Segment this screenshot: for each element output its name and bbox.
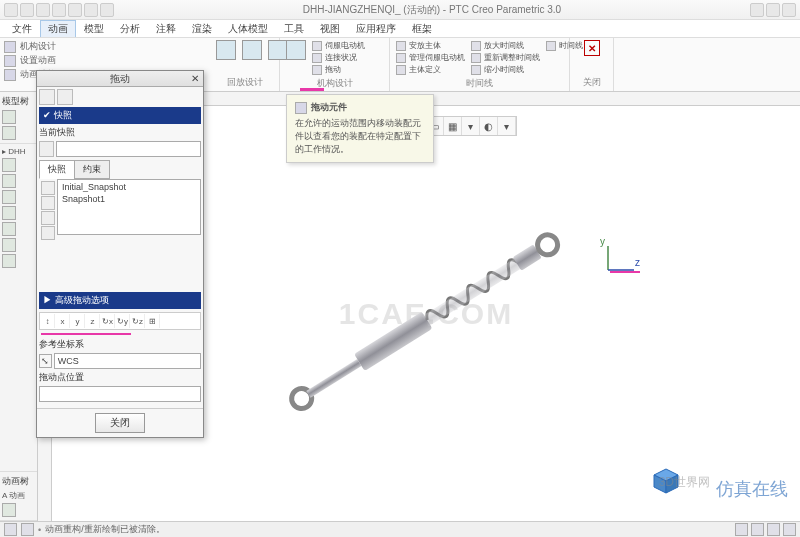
conn-status-item[interactable]: 连接状况 (312, 52, 365, 63)
playback-btn[interactable] (216, 40, 236, 60)
adv-z-icon[interactable]: z (86, 314, 100, 328)
close-button[interactable]: 关闭 (95, 413, 145, 433)
datum-dd-icon[interactable]: ▾ (498, 117, 516, 135)
adv-y-icon[interactable]: y (71, 314, 85, 328)
menu-file[interactable]: 文件 (4, 20, 40, 38)
anim-tree-header[interactable]: 动画树 (2, 475, 35, 488)
tree-node-icon[interactable] (2, 190, 16, 204)
snap-delete-icon[interactable] (41, 226, 55, 240)
anim-node-icon[interactable] (2, 503, 16, 517)
playback-btn2[interactable] (242, 40, 262, 60)
adv-csys-icon[interactable]: ⊞ (146, 314, 160, 328)
servo-motor-item[interactable]: 伺服电动机 (312, 40, 365, 51)
body-def-item[interactable]: 主体定义 (396, 64, 465, 75)
tab-snapshot[interactable]: 快照 (39, 160, 75, 179)
current-snapshot-field[interactable] (56, 141, 202, 157)
tab-constraint[interactable]: 约束 (74, 160, 110, 179)
shock-absorber-model[interactable] (274, 211, 578, 433)
drag-item[interactable]: 拖动 (312, 64, 365, 75)
menu-applications[interactable]: 应用程序 (348, 20, 404, 38)
qat-windows-icon[interactable] (100, 3, 114, 17)
qat-open-icon[interactable] (20, 3, 34, 17)
sb-filter-icon[interactable] (735, 523, 748, 536)
display-style-icon[interactable]: ▦ (444, 117, 462, 135)
place-body-item[interactable]: 安放主体 (396, 40, 465, 51)
dialog-close-button[interactable]: ✕ (189, 72, 201, 84)
snapshot-item[interactable]: Snapshot1 (62, 194, 196, 204)
dialog-titlebar[interactable]: 拖动 ✕ (37, 71, 203, 87)
left-panel: 模型树 ▸ DHH 动画树 A 动画 (0, 92, 38, 521)
sb-msg-icon[interactable] (21, 523, 34, 536)
zoom-in-tl-item[interactable]: 放大时间线 (471, 40, 540, 51)
adv-ry-icon[interactable]: ↻y (116, 314, 130, 328)
adv-rz-icon[interactable]: ↻z (131, 314, 145, 328)
adv-drag-section-header[interactable]: ▶ 高级拖动选项 (39, 292, 201, 309)
tree-node-icon[interactable] (2, 254, 16, 268)
qat-save-icon[interactable] (36, 3, 50, 17)
status-message: 动画重构/重新绘制已被清除。 (45, 523, 165, 536)
qat-undo-icon[interactable] (52, 3, 66, 17)
tree-node-icon[interactable] (2, 222, 16, 236)
zoom-out-tl-item[interactable]: 缩小时间线 (471, 64, 540, 75)
watermark-fangzhen: 仿真在线 (716, 477, 788, 501)
select-arrow-icon[interactable]: ⤡ (39, 354, 52, 368)
camera-icon[interactable] (39, 141, 54, 157)
snapshot-list[interactable]: Initial_Snapshot Snapshot1 (57, 179, 201, 235)
menu-tools[interactable]: 工具 (276, 20, 312, 38)
menu-annotate[interactable]: 注释 (148, 20, 184, 38)
minimize-button[interactable] (750, 3, 764, 17)
close-window-button[interactable] (782, 3, 796, 17)
tree-item-icon[interactable] (2, 126, 16, 140)
tree-node-icon[interactable] (2, 158, 16, 172)
menu-model[interactable]: 模型 (76, 20, 112, 38)
anim-setup-icon[interactable] (4, 55, 16, 67)
menu-framework[interactable]: 框架 (404, 20, 440, 38)
ref-csys-field[interactable]: WCS (54, 353, 201, 369)
qat-regen-icon[interactable] (84, 3, 98, 17)
snap-camera-icon[interactable] (41, 181, 55, 195)
menu-render[interactable]: 渲染 (184, 20, 220, 38)
qat-new-icon[interactable] (4, 3, 18, 17)
drag-body-icon[interactable] (57, 89, 73, 105)
snapshot-item[interactable]: Initial_Snapshot (62, 182, 196, 192)
drag-point-label: 拖动点位置 (39, 371, 201, 384)
conn-icon (312, 53, 322, 63)
tree-node-icon[interactable] (2, 174, 16, 188)
display-dd-icon[interactable]: ▾ (462, 117, 480, 135)
readj-tl-item[interactable]: 重新调整时间线 (471, 52, 540, 63)
ribbon-close-button[interactable]: ✕ (584, 40, 600, 56)
mech-design-icon[interactable] (4, 41, 16, 53)
snap-update-icon[interactable] (41, 211, 55, 225)
snap-eye-icon[interactable] (41, 196, 55, 210)
svg-rect-3 (422, 258, 522, 326)
model-tree-header[interactable]: 模型树 (2, 95, 35, 108)
adv-x-icon[interactable]: x (56, 314, 70, 328)
maximize-button[interactable] (766, 3, 780, 17)
tree-item-icon[interactable] (2, 110, 16, 124)
anim-struct-icon[interactable] (4, 69, 16, 81)
sb-find-icon[interactable] (751, 523, 764, 536)
sb-msg2-icon[interactable] (783, 523, 796, 536)
menu-animation[interactable]: 动画 (40, 20, 76, 37)
drag-big-btn[interactable] (286, 40, 306, 60)
menu-manikin[interactable]: 人体模型 (220, 20, 276, 38)
tree-node-icon[interactable] (2, 238, 16, 252)
sb-geom-icon[interactable] (767, 523, 780, 536)
drag-big-icon (286, 40, 306, 60)
drag-point-icon[interactable] (39, 89, 55, 105)
menu-analysis[interactable]: 分析 (112, 20, 148, 38)
qat-redo-icon[interactable] (68, 3, 82, 17)
drag-small-icon (312, 65, 322, 75)
drag-point-field[interactable] (39, 386, 201, 402)
tree-node-icon[interactable] (2, 206, 16, 220)
anim-tree-item[interactable]: A 动画 (2, 490, 35, 501)
menu-view[interactable]: 视图 (312, 20, 348, 38)
sb-rebuild-icon[interactable] (4, 523, 17, 536)
adv-free-icon[interactable]: ↕ (41, 314, 55, 328)
highlight-mark (300, 88, 324, 91)
datum-display-icon[interactable]: ◐ (480, 117, 498, 135)
manage-servo-item[interactable]: 管理伺服电动机 (396, 52, 465, 63)
adv-rx-icon[interactable]: ↻x (101, 314, 115, 328)
tree-item-dhh[interactable]: ▸ DHH (2, 147, 35, 156)
snapshot-section-header[interactable]: ✔ 快照 (39, 107, 201, 124)
